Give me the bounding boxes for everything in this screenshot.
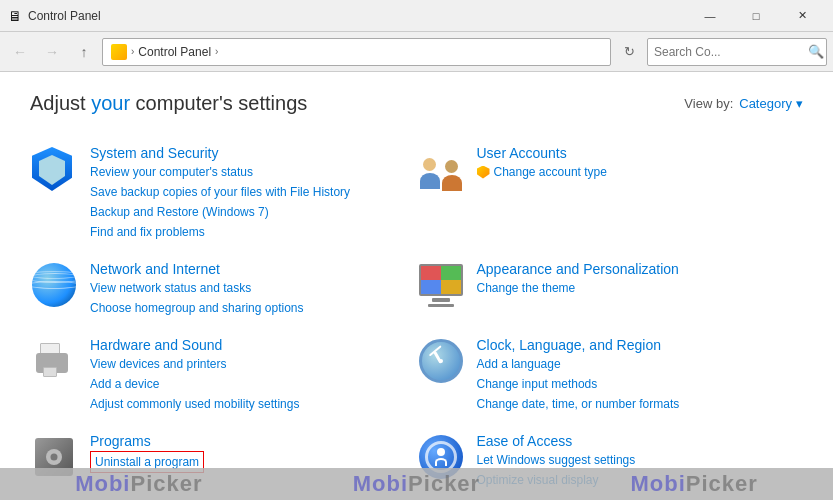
category-clock: Clock, Language, and Region Add a langua… [417, 327, 804, 423]
category-system: System and Security Review your computer… [30, 135, 417, 251]
back-button[interactable]: ← [6, 38, 34, 66]
system-link-3[interactable]: Backup and Restore (Windows 7) [90, 203, 350, 221]
hardware-link-1[interactable]: View devices and printers [90, 355, 299, 373]
appearance-icon [417, 261, 465, 309]
clock-text: Clock, Language, and Region Add a langua… [477, 337, 680, 413]
viewby-dropdown[interactable]: Category ▾ [739, 96, 803, 111]
main-area: Adjust your computer's settings View by:… [0, 72, 833, 500]
watermark-1: MobiPicker [75, 471, 202, 497]
network-title[interactable]: Network and Internet [90, 261, 303, 277]
system-link-1[interactable]: Review your computer's status [90, 163, 350, 181]
category-user-accounts: User Accounts Change account type [417, 135, 804, 251]
chevron-icon: › [131, 46, 134, 57]
search-icon: 🔍 [808, 44, 824, 59]
view-by: View by: Category ▾ [684, 96, 803, 111]
refresh-button[interactable]: ↻ [615, 38, 643, 66]
forward-button[interactable]: → [38, 38, 66, 66]
hardware-icon [30, 337, 78, 385]
search-input[interactable] [654, 45, 804, 59]
system-title[interactable]: System and Security [90, 145, 350, 161]
addressbar: ← → ↑ › Control Panel › ↻ 🔍 [0, 32, 833, 72]
search-box[interactable]: 🔍 [647, 38, 827, 66]
folder-icon [111, 44, 127, 60]
clock-link-2[interactable]: Change input methods [477, 375, 680, 393]
user-accounts-link-1[interactable]: Change account type [494, 163, 607, 181]
hardware-link-2[interactable]: Add a device [90, 375, 299, 393]
close-button[interactable]: ✕ [779, 0, 825, 32]
categories-grid: System and Security Review your computer… [30, 135, 803, 499]
programs-text: Programs Uninstall a program [90, 433, 204, 473]
page-title: Adjust your computer's settings [30, 92, 307, 115]
clock-icon [417, 337, 465, 385]
user-accounts-icon [417, 145, 465, 193]
titlebar-controls: — □ ✕ [687, 0, 825, 32]
titlebar-title: Control Panel [28, 9, 687, 23]
minimize-button[interactable]: — [687, 0, 733, 32]
top-bar: Adjust your computer's settings View by:… [30, 92, 803, 115]
category-network: Network and Internet View network status… [30, 251, 417, 327]
appearance-text: Appearance and Personalization Change th… [477, 261, 679, 297]
hardware-title[interactable]: Hardware and Sound [90, 337, 299, 353]
network-link-1[interactable]: View network status and tasks [90, 279, 303, 297]
watermark-3: MobiPicker [630, 471, 757, 497]
path-label: Control Panel [138, 45, 211, 59]
hardware-link-3[interactable]: Adjust commonly used mobility settings [90, 395, 299, 413]
clock-link-1[interactable]: Add a language [477, 355, 680, 373]
titlebar-icon: 🖥 [8, 8, 22, 24]
system-text: System and Security Review your computer… [90, 145, 350, 241]
chevron-icon-2: › [215, 46, 218, 57]
system-link-2[interactable]: Save backup copies of your files with Fi… [90, 183, 350, 201]
watermark-bar: MobiPicker MobiPicker MobiPicker [0, 468, 833, 500]
user-accounts-title[interactable]: User Accounts [477, 145, 607, 161]
up-button[interactable]: ↑ [70, 38, 98, 66]
network-icon [30, 261, 78, 309]
address-path[interactable]: › Control Panel › [102, 38, 611, 66]
watermark-2: MobiPicker [353, 471, 480, 497]
shield-badge-icon [477, 166, 490, 179]
maximize-button[interactable]: □ [733, 0, 779, 32]
appearance-link-1[interactable]: Change the theme [477, 279, 679, 297]
category-hardware: Hardware and Sound View devices and prin… [30, 327, 417, 423]
appearance-title[interactable]: Appearance and Personalization [477, 261, 679, 277]
titlebar: 🖥 Control Panel — □ ✕ [0, 0, 833, 32]
system-icon [30, 145, 78, 193]
network-text: Network and Internet View network status… [90, 261, 303, 317]
ease-link-1[interactable]: Let Windows suggest settings [477, 451, 636, 469]
hardware-text: Hardware and Sound View devices and prin… [90, 337, 299, 413]
chevron-down-icon: ▾ [796, 96, 803, 111]
clock-link-3[interactable]: Change date, time, or number formats [477, 395, 680, 413]
user-accounts-text: User Accounts Change account type [477, 145, 607, 181]
clock-title[interactable]: Clock, Language, and Region [477, 337, 680, 353]
programs-title[interactable]: Programs [90, 433, 204, 449]
category-appearance: Appearance and Personalization Change th… [417, 251, 804, 327]
system-link-4[interactable]: Find and fix problems [90, 223, 350, 241]
network-link-2[interactable]: Choose homegroup and sharing options [90, 299, 303, 317]
ease-title[interactable]: Ease of Access [477, 433, 636, 449]
